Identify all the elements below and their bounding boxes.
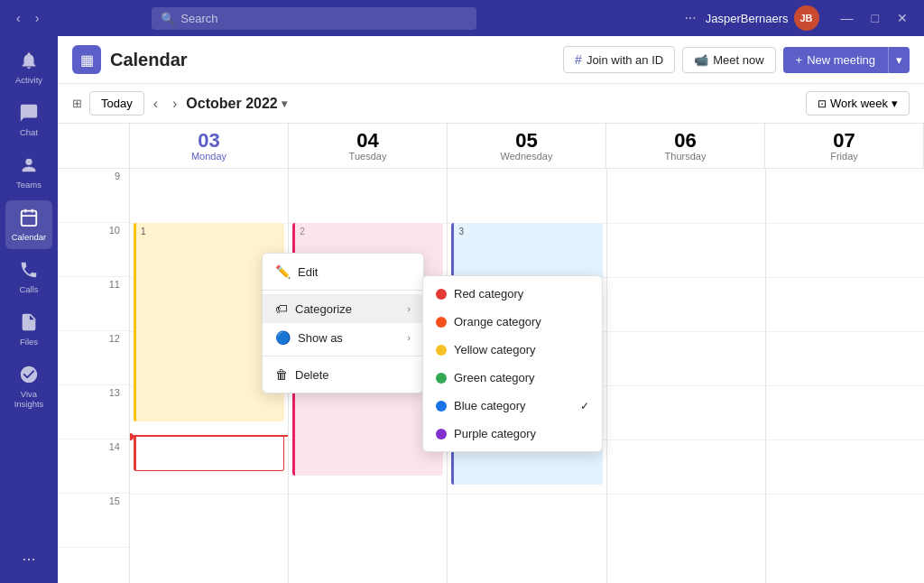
cat-item-green[interactable]: Green category (423, 364, 602, 392)
day-header-fri: 07 Friday (765, 124, 924, 168)
calendar-header: ▦ Calendar # Join with an ID 📹 Meet now … (58, 36, 924, 84)
search-input[interactable] (180, 12, 361, 25)
context-menu-edit[interactable]: ✏️ Edit (263, 257, 423, 286)
category-submenu[interactable]: Red category Orange category Yellow cate… (422, 275, 603, 452)
hour-line (607, 223, 765, 224)
cal-header-left: ▦ Calendar (72, 45, 188, 74)
teams-icon (19, 155, 39, 177)
new-meeting-dropdown-button[interactable]: ▾ (888, 47, 910, 73)
forward-button[interactable]: › (30, 9, 45, 27)
context-menu-show-as[interactable]: 🔵 Show as › (263, 323, 423, 352)
view-selector-button[interactable]: ⊡ Work week ▾ (806, 91, 910, 116)
sidebar-item-calendar[interactable]: Calendar (5, 200, 52, 249)
hour-line (766, 277, 924, 278)
day-header-thu: 06 Thursday (606, 124, 765, 168)
maximize-button[interactable]: □ (866, 9, 884, 27)
hour-line (289, 494, 447, 495)
sidebar-more[interactable]: ··· (5, 542, 52, 576)
sidebar-item-viva[interactable]: Viva Insights (5, 357, 52, 416)
edit-item-left: ✏️ Edit (275, 264, 318, 279)
context-menu-categorize[interactable]: 🏷 Categorize › (263, 294, 423, 323)
orange-dot (436, 317, 447, 328)
cal-nav-inner: ⊞ Today ‹ › October 2022 ▾ (72, 91, 287, 116)
next-week-button[interactable]: › (167, 92, 182, 116)
more-options-button[interactable]: ··· (684, 10, 696, 26)
sidebar-item-calls[interactable]: Calls (5, 253, 52, 301)
time-slot-12: 12 (58, 331, 129, 385)
green-category-label: Green category (454, 371, 535, 384)
username-label: JasperBernaers (706, 12, 789, 25)
new-meeting-button[interactable]: + New meeting (783, 47, 888, 73)
show-as-item-left: 🔵 Show as (275, 330, 343, 345)
context-menu-delete[interactable]: 🗑 Delete (263, 360, 423, 389)
prev-week-button[interactable]: ‹ (148, 92, 163, 116)
time-slot-11: 11 (58, 277, 129, 331)
activity-icon (19, 51, 39, 72)
svg-point-0 (25, 159, 32, 165)
cat-item-purple[interactable]: Purple category (423, 420, 602, 448)
sidebar-item-teams[interactable]: Teams (5, 148, 52, 197)
sidebar-item-chat[interactable]: Chat (5, 96, 52, 144)
join-with-id-button[interactable]: # Join with an ID (563, 46, 675, 73)
day-col-friday[interactable] (766, 169, 924, 583)
day-header-tue: 04 Tuesday (289, 124, 448, 168)
close-button[interactable]: ✕ (892, 9, 913, 27)
hour-line (766, 223, 924, 224)
yellow-dot (436, 345, 447, 356)
sidebar: Activity Chat Teams Calendar (0, 36, 58, 583)
hour-line (766, 494, 924, 495)
search-bar[interactable]: 🔍 (152, 7, 476, 30)
cat-item-orange[interactable]: Orange category (423, 308, 602, 336)
current-time-line (130, 435, 288, 437)
hour-line (607, 385, 765, 386)
meet-now-button[interactable]: 📹 Meet now (682, 47, 775, 73)
sidebar-item-activity[interactable]: Activity (5, 43, 52, 92)
edit-label: Edit (298, 265, 318, 279)
day-num-fri: 07 (833, 131, 855, 151)
month-dropdown-arrow: ▾ (282, 97, 287, 110)
cat-item-yellow[interactable]: Yellow category (423, 336, 602, 364)
time-slot-10: 10 (58, 223, 129, 277)
event-label: 1 (141, 227, 146, 236)
titlebar-nav: ‹ › (11, 9, 44, 27)
chat-label: Chat (20, 127, 38, 137)
page-title: Calendar (110, 50, 188, 70)
day-col-thursday[interactable] (607, 169, 766, 583)
hour-line (607, 440, 765, 440)
calendar-icon (19, 208, 39, 229)
avatar: JB (794, 5, 819, 31)
header-actions: # Join with an ID 📹 Meet now + New meeti… (563, 46, 910, 73)
plus-icon: + (796, 53, 803, 67)
day-num-thu: 06 (674, 131, 696, 151)
sidebar-item-files[interactable]: Files (5, 305, 52, 354)
files-icon (19, 312, 39, 334)
user-info: JasperBernaers JB (706, 5, 819, 31)
show-as-submenu-arrow: › (407, 332, 411, 343)
video-icon: 📹 (694, 53, 708, 67)
minimize-button[interactable]: — (836, 9, 859, 27)
today-button[interactable]: Today (89, 91, 144, 116)
context-menu[interactable]: ✏️ Edit 🏷 Categorize › 🔵 (262, 253, 424, 393)
hour-line (607, 494, 765, 495)
edit-icon: ✏️ (275, 264, 291, 279)
day-num-mon: 03 (198, 131, 219, 151)
time-slot-9: 9 (58, 169, 129, 223)
calendar-grid-icon: ⊞ (72, 97, 82, 110)
yellow-category-label: Yellow category (454, 343, 536, 356)
view-label: Work week (830, 97, 888, 110)
day-name-mon: Monday (191, 151, 226, 162)
time-header (58, 124, 129, 169)
event-mon-2[interactable] (134, 435, 284, 471)
view-dropdown-arrow: ▾ (892, 97, 898, 110)
time-slot-13: 13 (58, 385, 129, 440)
hour-line (607, 277, 765, 278)
titlebar-right: ··· JasperBernaers JB — □ ✕ (684, 5, 913, 31)
time-slot-15: 15 (58, 494, 129, 548)
viva-label: Viva Insights (9, 389, 49, 409)
event-label: 2 (300, 227, 305, 236)
cat-item-blue[interactable]: Blue category ✓ (423, 392, 602, 420)
cat-item-red[interactable]: Red category (423, 280, 602, 308)
hour-line (448, 494, 605, 495)
day-name-fri: Friday (830, 151, 858, 162)
back-button[interactable]: ‹ (11, 9, 26, 27)
